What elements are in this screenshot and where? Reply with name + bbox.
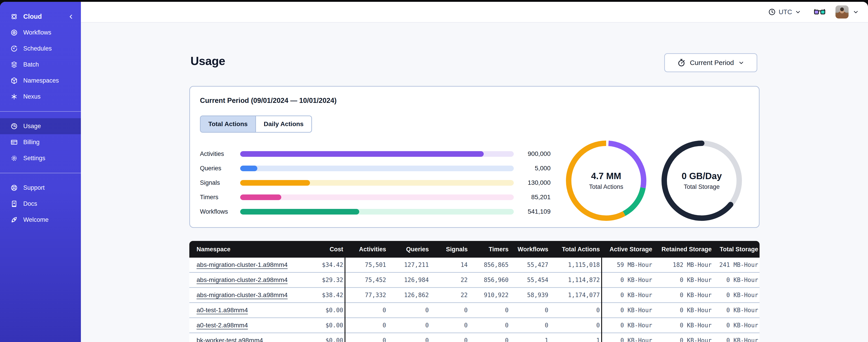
cell-total-storage: 241 MB-Hour	[713, 258, 760, 273]
sidebar-item-label: Settings	[23, 155, 45, 162]
sidebar-item-label: Schedules	[23, 45, 52, 52]
main-content: Usage Current Period Current Period (09/…	[81, 23, 868, 342]
usage-icon	[10, 123, 18, 130]
sidebar-item-welcome[interactable]: Welcome	[0, 212, 81, 228]
billing-icon	[10, 138, 18, 146]
nexus-icon	[10, 93, 18, 100]
bar-track	[240, 151, 514, 157]
cell-signals: 22	[430, 273, 469, 287]
col-namespace: Namespace	[189, 241, 316, 258]
table-row: a0-test-1.a98mm4 $0.00 0 0 0 0 0 0 0 KB-…	[189, 303, 760, 318]
sidebar-item-workflows[interactable]: Workflows	[0, 25, 81, 41]
cell-workflows: 0	[510, 318, 550, 333]
cell-active-storage: 59 MB-Hour	[601, 258, 654, 273]
timezone-selector[interactable]: UTC	[768, 8, 801, 16]
col-timers: Timers	[469, 241, 510, 258]
donut-value: 0 GB/Day	[682, 171, 722, 181]
cell-signals: 0	[430, 333, 469, 342]
cell-total-actions: 1,115,018	[550, 258, 601, 273]
cell-total-actions: 0	[550, 303, 601, 318]
total-storage-donut: 0 GB/Day Total Storage	[661, 141, 742, 221]
docs-icon	[10, 200, 18, 208]
sidebar-item-settings[interactable]: Settings	[0, 150, 81, 166]
namespace-link[interactable]: abs-migration-cluster-2.a98mm4	[196, 276, 288, 283]
col-total-actions: Total Actions	[550, 241, 601, 258]
sidebar-collapse-icon[interactable]	[68, 13, 74, 20]
bar-value: 541,109	[514, 208, 551, 215]
tab-total-actions[interactable]: Total Actions	[200, 116, 256, 132]
cell-cost: $38.42	[316, 287, 345, 303]
bar-track	[240, 209, 514, 214]
appearance-glasses-icon[interactable]	[814, 8, 826, 15]
sidebar-brand[interactable]: Cloud	[0, 8, 81, 25]
sidebar-item-nexus[interactable]: Nexus	[0, 89, 81, 105]
cell-active-storage: 0 KB-Hour	[601, 287, 654, 303]
user-avatar[interactable]	[835, 5, 848, 19]
table-row: a0-test-2.a98mm4 $0.00 0 0 0 0 0 0 0 KB-…	[189, 318, 760, 333]
col-activities: Activities	[345, 241, 388, 258]
sidebar-item-billing[interactable]: Billing	[0, 134, 81, 150]
sidebar-item-label: Namespaces	[23, 77, 59, 84]
bar-row-timers: Timers 85,201	[200, 190, 551, 204]
sidebar: Cloud Workflows Schedules Batch Namespac…	[0, 2, 81, 342]
cell-timers: 856,865	[469, 258, 510, 273]
cell-active-storage: 0 KB-Hour	[601, 273, 654, 287]
col-cost: Cost	[316, 241, 345, 258]
table-header-row: Namespace Cost Activities Queries Signal…	[189, 241, 760, 258]
sidebar-item-namespaces[interactable]: Namespaces	[0, 73, 81, 89]
cell-timers: 0	[469, 333, 510, 342]
cell-total-actions: 1	[550, 333, 601, 342]
sidebar-item-label: Workflows	[23, 29, 51, 36]
cell-cost: $29.32	[316, 273, 345, 287]
cell-activities: 75,501	[345, 258, 388, 273]
sidebar-item-docs[interactable]: Docs	[0, 196, 81, 212]
app-root: Cloud Workflows Schedules Batch Namespac…	[0, 0, 868, 342]
topbar: UTC	[81, 2, 868, 23]
cell-workflows: 55,454	[510, 273, 550, 287]
sidebar-item-schedules[interactable]: Schedules	[0, 41, 81, 57]
chevron-down-icon	[738, 60, 744, 66]
cell-timers: 0	[469, 303, 510, 318]
sidebar-item-support[interactable]: Support	[0, 180, 81, 196]
cell-workflows: 58,939	[510, 287, 550, 303]
bar-value: 900,000	[514, 150, 551, 158]
cell-active-storage: 0 KB-Hour	[601, 318, 654, 333]
cell-retained-storage: 0 KB-Hour	[654, 318, 713, 333]
sidebar-item-label: Welcome	[23, 216, 49, 223]
col-total-storage: Total Storage	[713, 241, 760, 258]
cell-queries: 0	[388, 318, 430, 333]
namespace-link[interactable]: a0-test-2.a98mm4	[196, 322, 248, 329]
clock-icon	[768, 8, 776, 16]
cell-signals: 14	[430, 258, 469, 273]
donut-value: 4.7 MM	[591, 171, 621, 181]
cell-signals: 22	[430, 287, 469, 303]
account-menu-chevron-icon[interactable]	[852, 9, 859, 15]
period-selector-button[interactable]: Current Period	[664, 53, 757, 72]
table-row: abs-migration-cluster-2.a98mm4 $29.32 75…	[189, 273, 760, 287]
col-queries: Queries	[388, 241, 430, 258]
sidebar-item-label: Docs	[23, 200, 37, 207]
namespace-link[interactable]: abs-migration-cluster-1.a98mm4	[196, 261, 288, 268]
col-signals: Signals	[430, 241, 469, 258]
sidebar-item-batch[interactable]: Batch	[0, 57, 81, 73]
cell-activities: 0	[345, 333, 388, 342]
bar-label: Timers	[200, 194, 240, 201]
table-row: abs-migration-cluster-3.a98mm4 $38.42 77…	[189, 287, 760, 303]
batch-icon	[10, 61, 18, 68]
namespace-link[interactable]: a0-test-1.a98mm4	[196, 307, 248, 314]
namespace-usage-table: Namespace Cost Activities Queries Signal…	[189, 241, 760, 342]
table-row: bk-worker-test.a98mm4 $0.00 0 0 0 0 1 1 …	[189, 333, 760, 342]
stopwatch-icon	[677, 59, 686, 67]
cell-total-storage: 0 KB-Hour	[713, 303, 760, 318]
sidebar-item-usage[interactable]: Usage	[0, 118, 81, 134]
namespace-link[interactable]: bk-worker-test.a98mm4	[196, 337, 263, 342]
cell-cost: $0.00	[316, 318, 345, 333]
cell-timers: 856,960	[469, 273, 510, 287]
cell-total-storage: 0 KB-Hour	[713, 318, 760, 333]
cell-queries: 0	[388, 333, 430, 342]
cell-retained-storage: 0 KB-Hour	[654, 287, 713, 303]
table-row: abs-migration-cluster-1.a98mm4 $34.42 75…	[189, 258, 760, 273]
namespace-link[interactable]: abs-migration-cluster-3.a98mm4	[196, 292, 288, 299]
cell-activities: 0	[345, 303, 388, 318]
tab-daily-actions[interactable]: Daily Actions	[256, 116, 311, 132]
